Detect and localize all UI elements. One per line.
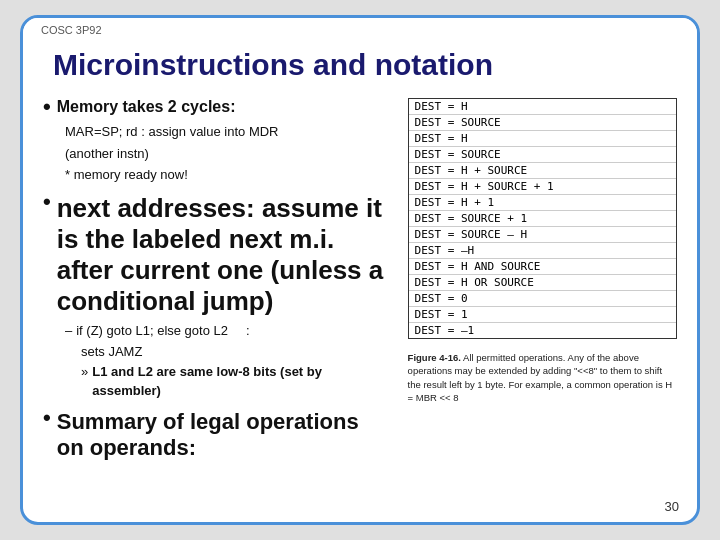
- table-row: DEST = –H: [409, 243, 676, 259]
- course-tag: COSC 3P92: [41, 24, 102, 36]
- bullet2-arrow1: » L1 and L2 are same low-8 bits (set by …: [81, 362, 392, 401]
- bullet1-sub: MAR=SP; rd : assign value into MDR (anot…: [65, 122, 392, 185]
- table-row: DEST = SOURCE – H: [409, 227, 676, 243]
- bullet1-sub1: MAR=SP; rd : assign value into MDR: [65, 122, 392, 142]
- bullet3-label: Summary of legal operations on operands:: [57, 409, 392, 461]
- table-row: DEST = H + SOURCE + 1: [409, 179, 676, 195]
- table-row: DEST = –1: [409, 323, 676, 339]
- right-column: DEST = HDEST = SOURCEDEST = HDEST = SOUR…: [408, 98, 677, 469]
- bullet2-label: next addresses: assume it is the labeled…: [57, 193, 392, 317]
- dash-icon: –: [65, 321, 72, 341]
- bullet2-section: • next addresses: assume it is the label…: [43, 193, 392, 401]
- slide-header: Microinstructions and notation: [23, 18, 697, 90]
- table-body: DEST = HDEST = SOURCEDEST = HDEST = SOUR…: [409, 99, 676, 338]
- table-row: DEST = H OR SOURCE: [409, 275, 676, 291]
- table-row: DEST = SOURCE + 1: [409, 211, 676, 227]
- table-row: DEST = H: [409, 99, 676, 115]
- table-row: DEST = H AND SOURCE: [409, 259, 676, 275]
- left-column: • Memory takes 2 cycles: MAR=SP; rd : as…: [43, 98, 392, 469]
- bullet1-sub3: * memory ready now!: [65, 165, 392, 185]
- operations-table: DEST = HDEST = SOURCEDEST = HDEST = SOUR…: [408, 98, 677, 339]
- bullet2-sets: sets JAMZ: [81, 342, 392, 362]
- bullet1-label: Memory takes 2 cycles:: [57, 98, 236, 116]
- bullet3-header: • Summary of legal operations on operand…: [43, 409, 392, 461]
- bullet2-header: • next addresses: assume it is the label…: [43, 193, 392, 317]
- bullet2-dot: •: [43, 191, 51, 213]
- table-row: DEST = H + 1: [409, 195, 676, 211]
- bullet3-section: • Summary of legal operations on operand…: [43, 409, 392, 461]
- slide: COSC 3P92 Microinstructions and notation…: [20, 15, 700, 525]
- page-number: 30: [665, 499, 679, 514]
- bullet1-sub2: (another instn): [65, 144, 392, 164]
- table-row: DEST = SOURCE: [409, 115, 676, 131]
- figure-label: Figure 4-16.: [408, 352, 461, 363]
- bullet1-header: • Memory takes 2 cycles:: [43, 98, 392, 118]
- bullet2-dash1-text: if (Z) goto L1; else goto L2 :: [76, 321, 249, 341]
- bullet1-dot: •: [43, 96, 51, 118]
- bullet2-arrow1-text: L1 and L2 are same low-8 bits (set by as…: [92, 362, 391, 401]
- slide-title: Microinstructions and notation: [53, 48, 677, 82]
- arrow-icon: »: [81, 362, 88, 382]
- bullet3-dot: •: [43, 407, 51, 429]
- table-row: DEST = H + SOURCE: [409, 163, 676, 179]
- table-row: DEST = SOURCE: [409, 147, 676, 163]
- slide-content: • Memory takes 2 cycles: MAR=SP; rd : as…: [23, 90, 697, 477]
- table-row: DEST = H: [409, 131, 676, 147]
- ops-table-inner: DEST = HDEST = SOURCEDEST = HDEST = SOUR…: [409, 99, 676, 338]
- bullet2-sub: – if (Z) goto L1; else goto L2 : sets JA…: [65, 321, 392, 401]
- table-row: DEST = 1: [409, 307, 676, 323]
- figure-caption: Figure 4-16. All permitted operations. A…: [408, 351, 677, 404]
- table-row: DEST = 0: [409, 291, 676, 307]
- bullet2-dash1: – if (Z) goto L1; else goto L2 :: [65, 321, 392, 341]
- bullet1-section: • Memory takes 2 cycles: MAR=SP; rd : as…: [43, 98, 392, 185]
